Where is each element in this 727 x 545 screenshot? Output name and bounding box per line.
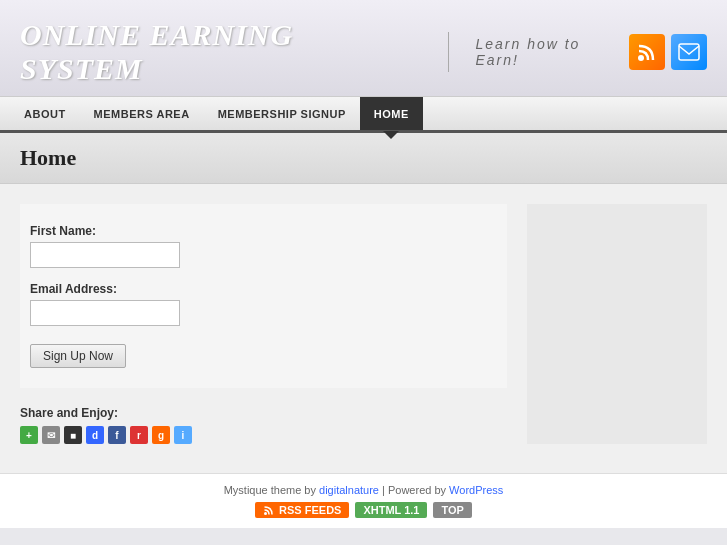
main-nav: ABOUT MEMBERS AREA MEMBERSHIP SIGNUP HOM… bbox=[0, 97, 727, 133]
nav-item-about[interactable]: ABOUT bbox=[10, 97, 80, 130]
rss-feed-icon[interactable] bbox=[629, 34, 665, 70]
email-icon[interactable] bbox=[671, 34, 707, 70]
share-icon-2[interactable]: ✉ bbox=[42, 426, 60, 444]
page-title: Home bbox=[20, 145, 707, 171]
top-badge-label: TOP bbox=[441, 504, 463, 516]
svg-rect-1 bbox=[679, 44, 699, 60]
site-footer: Mystique theme by digitalnature | Powere… bbox=[0, 473, 727, 528]
top-badge[interactable]: TOP bbox=[433, 502, 471, 518]
share-icon-1[interactable]: + bbox=[20, 426, 38, 444]
email-input[interactable] bbox=[30, 300, 180, 326]
page-title-bar: Home bbox=[0, 133, 727, 184]
content-area: First Name: Email Address: Sign Up Now S… bbox=[0, 184, 727, 464]
share-label: Share and Enjoy: bbox=[20, 406, 507, 420]
main-column: First Name: Email Address: Sign Up Now S… bbox=[20, 204, 507, 444]
sidebar bbox=[527, 204, 707, 444]
share-icon-digg[interactable]: d bbox=[86, 426, 104, 444]
header-divider bbox=[448, 32, 449, 72]
svg-point-2 bbox=[264, 512, 267, 515]
main-content: Home First Name: Email Address: Sign Up … bbox=[0, 133, 727, 473]
nav-item-membership-signup[interactable]: MEMBERSHIP SIGNUP bbox=[204, 97, 360, 130]
first-name-input[interactable] bbox=[30, 242, 180, 268]
xhtml-badge[interactable]: XHTML 1.1 bbox=[355, 502, 427, 518]
site-header: Online Earning System Learn how to Earn! bbox=[0, 0, 727, 97]
footer-badges: RSS FEEDS XHTML 1.1 TOP bbox=[20, 502, 707, 518]
header-left: Online Earning System Learn how to Earn! bbox=[20, 18, 629, 86]
nav-item-home[interactable]: HOME bbox=[360, 97, 423, 130]
share-icon-info[interactable]: i bbox=[174, 426, 192, 444]
svg-point-0 bbox=[638, 55, 644, 61]
share-icon-facebook[interactable]: f bbox=[108, 426, 126, 444]
footer-credit: Mystique theme by digitalnature | Powere… bbox=[20, 484, 707, 496]
footer-powered-text: | Powered by bbox=[379, 484, 449, 496]
footer-theme-text: Mystique theme by bbox=[224, 484, 319, 496]
share-icons-list: + ✉ ■ d f r g i bbox=[20, 426, 507, 444]
first-name-group: First Name: bbox=[30, 224, 487, 268]
site-tagline: Learn how to Earn! bbox=[475, 36, 629, 68]
xhtml-badge-label: XHTML 1.1 bbox=[363, 504, 419, 516]
signup-button[interactable]: Sign Up Now bbox=[30, 344, 126, 368]
rss-badge[interactable]: RSS FEEDS bbox=[255, 502, 349, 518]
rss-badge-label: RSS FEEDS bbox=[279, 504, 341, 516]
share-icon-google[interactable]: g bbox=[152, 426, 170, 444]
email-label: Email Address: bbox=[30, 282, 487, 296]
nav-item-members-area[interactable]: MEMBERS AREA bbox=[80, 97, 204, 130]
signup-form-section: First Name: Email Address: Sign Up Now bbox=[20, 204, 507, 388]
header-icons bbox=[629, 34, 707, 70]
footer-theme-author-link[interactable]: digitalnature bbox=[319, 484, 379, 496]
email-group: Email Address: bbox=[30, 282, 487, 326]
site-title: Online Earning System bbox=[20, 18, 422, 86]
footer-wordpress-link[interactable]: WordPress bbox=[449, 484, 503, 496]
share-section: Share and Enjoy: + ✉ ■ d f r g i bbox=[20, 406, 507, 444]
share-icon-reddit[interactable]: r bbox=[130, 426, 148, 444]
first-name-label: First Name: bbox=[30, 224, 487, 238]
share-icon-3[interactable]: ■ bbox=[64, 426, 82, 444]
